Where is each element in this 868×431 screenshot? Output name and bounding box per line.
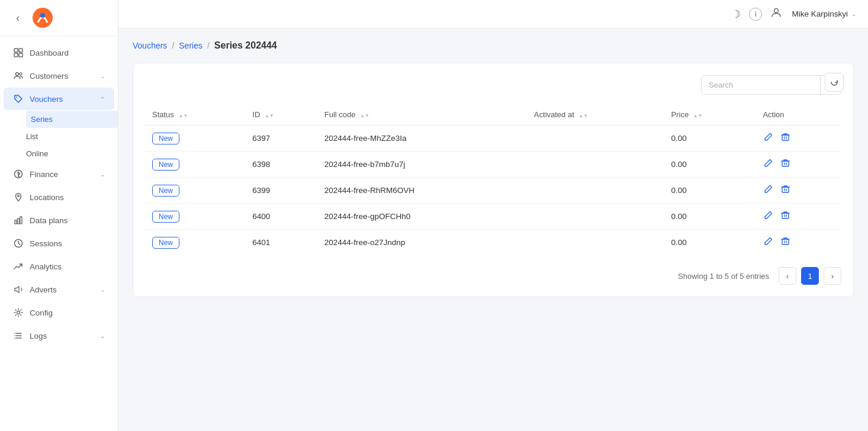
svg-rect-31 [782, 187, 789, 192]
sidebar-item-customers[interactable]: Customers ⌄ [4, 65, 114, 87]
breadcrumb-series[interactable]: Series [179, 41, 202, 50]
delete-button[interactable] [780, 131, 791, 145]
svg-point-8 [16, 97, 17, 98]
sidebar-item-data-plans[interactable]: Data plans [4, 209, 114, 231]
trending-up-icon [13, 261, 24, 272]
delete-button[interactable] [780, 184, 791, 197]
grid-icon [13, 47, 24, 58]
search-input-wrap [701, 75, 841, 95]
delete-button[interactable] [780, 157, 791, 171]
col-price[interactable]: Price ▲▼ [664, 104, 756, 126]
breadcrumb-vouchers[interactable]: Vouchers [133, 41, 167, 50]
cell-price: 0.00 [664, 230, 756, 256]
sidebar-item-label: Finance [30, 170, 94, 179]
breadcrumb-current: Series 202444 [214, 40, 277, 51]
chevron-down-icon: ⌄ [851, 11, 856, 17]
sidebar-item-label: Analytics [30, 262, 105, 271]
sidebar-item-sessions[interactable]: Sessions [4, 232, 114, 255]
sidebar-item-dashboard[interactable]: Dashboard [4, 41, 114, 64]
edit-button[interactable] [763, 236, 774, 249]
info-icon[interactable]: i [749, 8, 762, 21]
prev-page-button[interactable]: ‹ [779, 267, 796, 285]
clock-icon [13, 238, 24, 249]
table-row: New 6399 202444-free-RhRM6OVH 0.00 [145, 178, 841, 204]
cell-id: 6401 [245, 230, 317, 256]
sidebar-item-finance[interactable]: Finance ⌄ [4, 163, 114, 185]
breadcrumb: Vouchers / Series / Series 202444 [133, 40, 854, 51]
cell-full-code: 202444-free-gpOFCHh0 [317, 204, 527, 230]
col-status[interactable]: Status ▲▼ [145, 104, 245, 126]
svg-rect-11 [15, 220, 17, 224]
back-button[interactable]: ‹ [9, 9, 26, 26]
edit-button[interactable] [763, 131, 774, 145]
sidebar-item-vouchers[interactable]: Vouchers ⌃ [4, 88, 114, 110]
list-icon [13, 330, 24, 341]
next-page-button[interactable]: › [824, 267, 841, 285]
breadcrumb-sep-1: / [172, 41, 174, 50]
sidebar-item-adverts[interactable]: Adverts ⌄ [4, 278, 114, 301]
sidebar-item-list[interactable]: List [26, 128, 118, 145]
table-row: New 6398 202444-free-b7mb7u7j 0.00 [145, 152, 841, 178]
col-full-code[interactable]: Full code ▲▼ [317, 104, 527, 126]
col-activated-at[interactable]: Activated at ▲▼ [527, 104, 664, 126]
sidebar-item-series[interactable]: Series [26, 111, 118, 128]
delete-button[interactable] [780, 210, 791, 223]
col-id[interactable]: ID ▲▼ [245, 104, 317, 126]
sort-arrows-price: ▲▼ [693, 114, 703, 118]
action-buttons [763, 157, 834, 171]
topbar-user[interactable]: Mike Karpinskyi ⌄ [792, 9, 856, 18]
table-row: New 6401 202444-free-o27Jndnp 0.00 [145, 230, 841, 256]
svg-rect-37 [782, 239, 789, 245]
sidebar-item-label: Vouchers [30, 95, 94, 104]
action-buttons [763, 184, 834, 197]
moon-icon[interactable]: ☽ [731, 8, 741, 21]
table-row: New 6400 202444-free-gpOFCHh0 0.00 [145, 204, 841, 230]
sort-arrows-id: ▲▼ [265, 114, 274, 118]
edit-button[interactable] [763, 184, 774, 197]
cell-id: 6399 [245, 178, 317, 204]
search-input[interactable] [702, 76, 820, 94]
pagination: Showing 1 to 5 of 5 entries ‹ 1 › [145, 267, 841, 285]
action-buttons [763, 210, 834, 223]
page-1-button[interactable]: 1 [801, 267, 819, 285]
cell-activated-at [527, 178, 664, 204]
sidebar-item-label: Logs [30, 332, 94, 340]
topbar-icons: ☽ i [731, 7, 782, 21]
edit-button[interactable] [763, 157, 774, 171]
cell-activated-at [527, 126, 664, 152]
bar-chart-icon [13, 215, 24, 226]
edit-button[interactable] [763, 210, 774, 223]
sidebar-header: ‹ [0, 0, 118, 36]
sidebar-item-analytics[interactable]: Analytics [4, 255, 114, 278]
delete-button[interactable] [780, 236, 791, 249]
refresh-button[interactable] [825, 73, 844, 92]
svg-rect-34 [782, 213, 789, 218]
svg-point-6 [16, 73, 19, 76]
svg-point-15 [17, 311, 20, 314]
svg-point-10 [18, 195, 20, 197]
sort-arrows-code: ▲▼ [360, 114, 369, 118]
cell-status: New [145, 230, 245, 256]
sidebar-item-logs[interactable]: Logs ⌄ [4, 324, 114, 347]
sidebar-item-config[interactable]: Config [4, 301, 114, 324]
app-logo [32, 7, 53, 28]
cell-status: New [145, 178, 245, 204]
cell-price: 0.00 [664, 178, 756, 204]
status-badge: New [152, 185, 179, 197]
cell-activated-at [527, 152, 664, 178]
sidebar-item-label: Dashboard [30, 49, 105, 57]
chevron-down-icon: ⌄ [100, 333, 105, 339]
user-icon[interactable] [770, 7, 782, 21]
cell-id: 6398 [245, 152, 317, 178]
cell-price: 0.00 [664, 152, 756, 178]
sidebar-item-label: Customers [30, 72, 94, 81]
svg-point-19 [14, 333, 15, 334]
action-buttons [763, 236, 834, 249]
sort-arrows-activated: ▲▼ [578, 114, 588, 118]
cell-action [756, 230, 841, 256]
sidebar-item-locations[interactable]: Locations [4, 186, 114, 208]
svg-point-22 [774, 9, 779, 13]
map-pin-icon [13, 192, 24, 202]
sidebar-item-label: Config [30, 308, 105, 317]
sidebar-item-online[interactable]: Online [26, 145, 118, 162]
